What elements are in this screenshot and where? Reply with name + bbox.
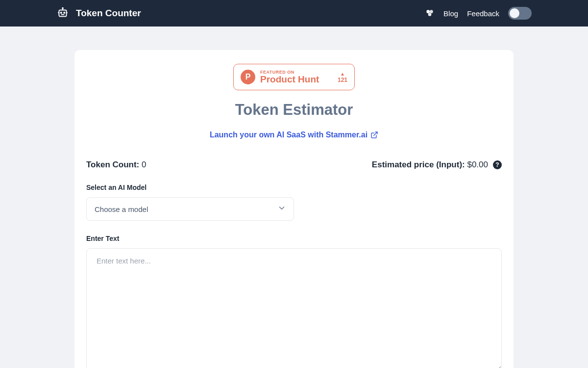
svg-point-9 (430, 10, 433, 13)
model-select-label: Select an AI Model (86, 184, 502, 191)
launch-saas-link[interactable]: Launch your own AI SaaS with Stammer.ai (86, 131, 502, 139)
nav-feedback-link[interactable]: Feedback (467, 9, 499, 18)
product-hunt-vote-count: 121 (338, 77, 347, 83)
model-select[interactable]: Choose a model (86, 197, 294, 221)
robot-logo-icon (56, 7, 69, 20)
price-value: $0.00 (467, 160, 488, 169)
toggle-knob (510, 8, 519, 18)
token-count: Token Count: 0 (86, 160, 146, 170)
chatbot-icon[interactable] (425, 8, 435, 18)
product-hunt-badge[interactable]: P FEATURED ON Product Hunt ▲ 121 (233, 64, 355, 90)
header-left: Token Counter (56, 7, 141, 20)
svg-point-8 (426, 10, 430, 13)
product-hunt-text: FEATURED ON Product Hunt (260, 70, 333, 85)
model-select-wrapper: Choose a model (86, 197, 294, 221)
token-count-value: 0 (142, 160, 146, 169)
text-input-label: Enter Text (86, 235, 502, 242)
product-hunt-name: Product Hunt (260, 75, 333, 85)
product-hunt-votes: ▲ 121 (338, 71, 347, 83)
token-count-label: Token Count: (86, 160, 139, 169)
theme-toggle[interactable] (508, 7, 532, 20)
launch-link-text: Launch your own AI SaaS with Stammer.ai (210, 131, 368, 139)
stats-row: Token Count: 0 Estimated price (Input): … (86, 160, 502, 170)
main-content: P FEATURED ON Product Hunt ▲ 121 Token E… (74, 50, 514, 368)
text-input[interactable] (86, 248, 502, 368)
svg-point-4 (64, 12, 65, 13)
help-icon[interactable]: ? (493, 160, 502, 169)
app-header: Token Counter Blog Feedback (0, 0, 588, 26)
price-label: Estimated price (Input): (372, 160, 465, 169)
upvote-arrow-icon: ▲ (340, 71, 345, 77)
page-title: Token Estimator (86, 101, 502, 119)
svg-point-3 (61, 12, 62, 13)
svg-line-11 (374, 132, 377, 135)
header-right: Blog Feedback (425, 7, 532, 20)
svg-point-2 (62, 8, 63, 9)
nav-blog-link[interactable]: Blog (443, 9, 458, 18)
price-section: Estimated price (Input): $0.00 ? (372, 160, 502, 170)
product-hunt-logo-icon: P (241, 70, 255, 84)
app-title: Token Counter (76, 8, 141, 19)
external-link-icon (370, 131, 378, 139)
svg-point-10 (428, 13, 432, 16)
svg-rect-0 (59, 10, 66, 17)
